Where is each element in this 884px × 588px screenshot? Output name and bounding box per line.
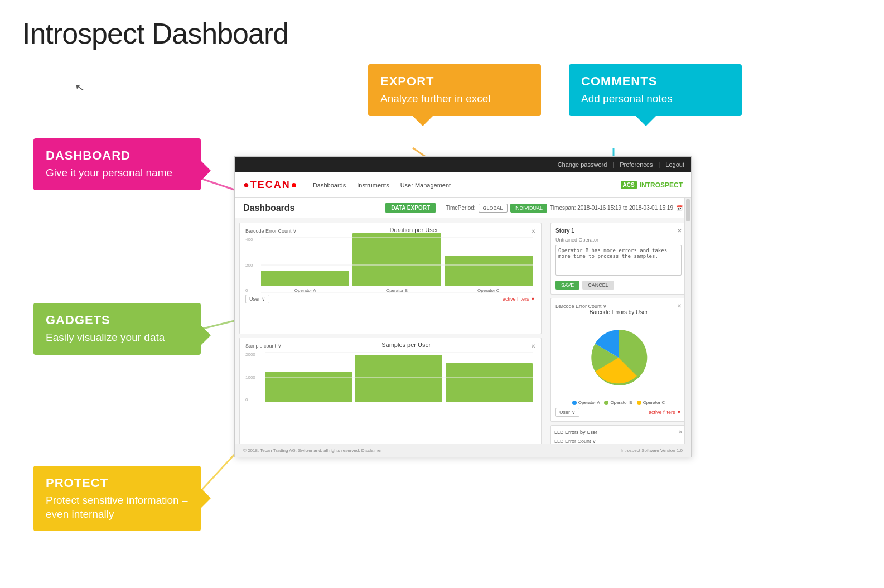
dashboard-callout-text: Give it your personal name (46, 166, 189, 180)
footer-copyright: © 2018, Tecan Trading AG, Switzerland, a… (243, 448, 382, 453)
timeframe: TimePeriod: GLOBAL INDIVIDUAL Timespan: … (446, 204, 683, 213)
acs-badge: ACS (621, 181, 637, 189)
nav-links: Dashboards Instruments User Management (313, 182, 621, 189)
dashboards-title: Dashboards (243, 203, 294, 213)
pie-user-filter[interactable]: User ∨ (555, 408, 579, 417)
navbar: ●TECAN Dashboards Instruments User Manag… (235, 172, 691, 198)
lld-close[interactable]: ✕ (678, 429, 683, 435)
gadgets-callout-text: Easily visualize your data (46, 331, 189, 345)
timespan-label: Timespan: 2018-01-16 15:19 to 2018-03-01… (550, 205, 673, 211)
grid2 (265, 352, 533, 402)
calendar-icon[interactable]: 📅 (676, 205, 683, 211)
legend-operator-b: Operator B (604, 400, 632, 405)
scrollbar[interactable] (684, 198, 691, 444)
pie-footer: User ∨ active filters ▼ (555, 408, 682, 417)
page-header: Dashboards DATA EXPORT TimePeriod: GLOBA… (235, 198, 691, 218)
chart2-title: Samples per User (381, 341, 431, 348)
comment-textarea[interactable]: Operator B has more errors and takes mor… (555, 245, 682, 276)
timeframe-label: TimePeriod: (446, 205, 476, 211)
pie-active-filters[interactable]: active filters ▼ (649, 409, 682, 415)
legend-label-b: Operator B (610, 400, 632, 405)
scrollbar-thumb[interactable] (686, 199, 690, 221)
comment-label: Untrained Operator (555, 237, 682, 243)
export-callout: EXPORT Analyze further in excel (368, 64, 541, 116)
change-password-link[interactable]: Change password (558, 161, 607, 168)
chart1-footer: User ∨ active filters ▼ (245, 295, 535, 303)
gadgets-callout: GADGETS Easily visualize your data (33, 303, 201, 355)
comments-callout-title: COMMENTS (581, 74, 730, 89)
chart1-y-label: Barcode Error Count ∨ (245, 228, 297, 234)
preferences-link[interactable]: Preferences (620, 161, 653, 168)
y-axis: 400 200 0 (245, 237, 253, 293)
global-btn[interactable]: GLOBAL (479, 204, 508, 213)
pie-chart-card: Barcode Error Count ∨ ✕ Barcode Errors b… (550, 298, 687, 422)
cancel-button[interactable]: CANCEL (582, 281, 614, 290)
data-export-button[interactable]: DATA EXPORT (385, 203, 436, 213)
sep1: | (612, 161, 614, 168)
chart2-close[interactable]: ✕ (531, 343, 535, 349)
legend-label-a: Operator A (578, 400, 600, 405)
cursor-icon: ↖ (74, 80, 86, 95)
export-callout-text: Analyze further in excel (380, 92, 529, 106)
chart1-title: Duration per User (390, 226, 438, 233)
logo-text: ●TECAN (243, 179, 291, 191)
logo-dot (292, 183, 296, 187)
legend-dot-c (637, 401, 641, 405)
pie-y-label: Barcode Error Count ∨ (555, 303, 607, 309)
topbar: Change password | Preferences | Logout (235, 157, 691, 172)
story-title: Story 1 (555, 228, 574, 234)
y-axis2: 2000 1000 0 (245, 352, 255, 402)
legend-operator-a: Operator A (572, 400, 600, 405)
left-panel: Barcode Error Count ∨ Duration per User … (235, 218, 546, 454)
pie-close[interactable]: ✕ (677, 303, 682, 309)
comment-card: Story 1 ✕ Untrained Operator Operator B … (550, 223, 687, 295)
protect-callout-title: PROTECT (46, 476, 189, 490)
introspect-brand: ACS INTROSPECT (621, 181, 683, 189)
save-button[interactable]: SAVE (555, 281, 579, 290)
comments-callout-text: Add personal notes (581, 92, 730, 106)
gadgets-callout-title: GADGETS (46, 313, 189, 327)
samples-chart-card: Sample count ∨ Samples per User ✕ 2000 1… (239, 338, 542, 449)
dashboard-screenshot: Change password | Preferences | Logout ●… (234, 156, 692, 457)
dashboard-callout: DASHBOARD Give it your personal name (33, 138, 201, 190)
chart2-y-label: Sample count ∨ (245, 343, 282, 349)
comment-buttons: SAVE CANCEL (555, 281, 682, 290)
user-filter[interactable]: User ∨ (245, 295, 269, 303)
page-title: Introspect Dashboard (22, 17, 288, 50)
nav-user-management[interactable]: User Management (400, 182, 451, 189)
introspect-label: INTROSPECT (640, 181, 683, 189)
lld-header: LLD Errors by User ✕ (554, 429, 683, 435)
lld-title: LLD Errors by User (554, 430, 597, 435)
logout-link[interactable]: Logout (665, 161, 684, 168)
protect-callout: PROTECT Protect sensitive information – … (33, 466, 201, 531)
export-callout-title: EXPORT (380, 74, 529, 89)
nav-dashboards[interactable]: Dashboards (313, 182, 346, 189)
logo: ●TECAN (243, 179, 296, 191)
legend-dot-b (604, 401, 608, 405)
individual-btn[interactable]: INDIVIDUAL (510, 204, 548, 213)
comment-card-header: Story 1 ✕ (555, 228, 682, 234)
footer-version: Introspect Software Version 1.0 (621, 448, 683, 453)
grid (261, 237, 533, 293)
content-area: Barcode Error Count ∨ Duration per User … (235, 218, 691, 454)
pie-title: Barcode Errors by User (555, 309, 682, 315)
comments-callout: COMMENTS Add personal notes (569, 64, 742, 116)
right-panel: Story 1 ✕ Untrained Operator Operator B … (546, 218, 691, 454)
legend-dot-a (572, 401, 577, 405)
footer: © 2018, Tecan Trading AG, Switzerland, a… (235, 444, 691, 457)
protect-callout-text: Protect sensitive information – even int… (46, 494, 189, 521)
legend-operator-c: Operator C (637, 400, 665, 405)
pie-legend: Operator A Operator B Operator C (555, 400, 682, 405)
pie-svg (588, 327, 649, 388)
nav-instruments[interactable]: Instruments (357, 182, 389, 189)
legend-label-c: Operator C (643, 400, 665, 405)
header-controls: DATA EXPORT TimePeriod: GLOBAL INDIVIDUA… (385, 203, 683, 213)
dashboard-callout-title: DASHBOARD (46, 148, 189, 163)
sep2: | (658, 161, 660, 168)
pie-container (555, 318, 682, 397)
active-filters[interactable]: active filters ▼ (503, 296, 535, 302)
story-close[interactable]: ✕ (677, 228, 682, 234)
chart1-close[interactable]: ✕ (531, 228, 535, 234)
duration-chart-card: Barcode Error Count ∨ Duration per User … (239, 223, 542, 334)
